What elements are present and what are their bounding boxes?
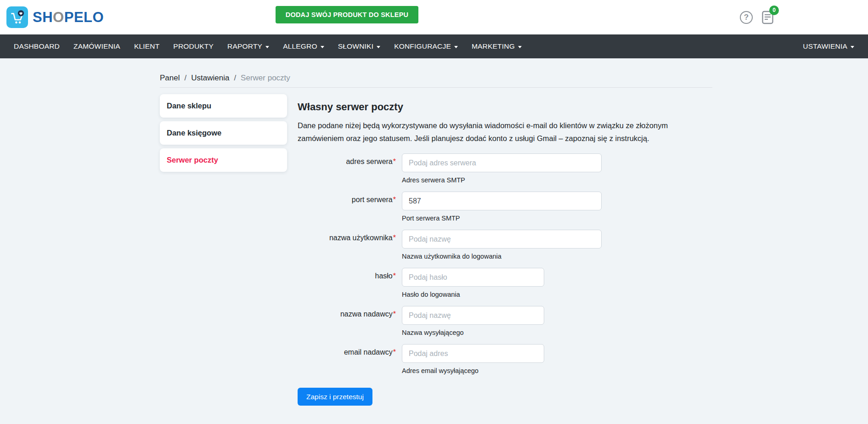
breadcrumb-current: Serwer poczty bbox=[241, 73, 290, 83]
nav-item-zamowienia[interactable]: ZAMÓWIENIA bbox=[73, 42, 120, 51]
field-input-wrap: Nazwa wysyłającego bbox=[402, 306, 544, 337]
required-asterisk: * bbox=[393, 348, 396, 356]
field-label-text: hasło bbox=[375, 272, 393, 280]
cart-logo-icon bbox=[6, 6, 28, 28]
nav-label: USTAWIENIA bbox=[803, 42, 847, 51]
required-asterisk: * bbox=[393, 310, 396, 318]
chevron-down-icon bbox=[518, 46, 522, 48]
nav-label: DASHBOARD bbox=[14, 42, 60, 51]
form-row-nazwa-nadawcy: nazwa nadawcy* Nazwa wysyłającego bbox=[298, 306, 712, 337]
field-input-wrap: Nazwa użytkownika do logowania bbox=[402, 230, 602, 261]
sidebar-item-dane-sklepu[interactable]: Dane sklepu bbox=[160, 94, 287, 118]
form-row-nazwa-uzytkownika: nazwa użytkownika* Nazwa użytkownika do … bbox=[298, 230, 712, 261]
chevron-down-icon bbox=[321, 46, 324, 48]
main-navbar: DASHBOARD ZAMÓWIENIA KLIENT PRODUKTY RAP… bbox=[0, 34, 868, 58]
form-row-email-nadawcy: email nadawcy* Adres email wysyłającego bbox=[298, 344, 712, 375]
top-header: SHOPELO DODAJ SWÓJ PRODUKT DO SKLEPU ? 0 bbox=[0, 0, 868, 34]
nav-item-produkty[interactable]: PRODUKTY bbox=[173, 42, 214, 51]
field-input-wrap: Hasło do logowania bbox=[402, 268, 544, 299]
logo[interactable]: SHOPELO bbox=[6, 6, 104, 28]
nav-label: SŁOWNIKI bbox=[338, 42, 373, 51]
form-row-haslo: hasło* Hasło do logowania bbox=[298, 268, 712, 299]
breadcrumb-separator: / bbox=[234, 73, 236, 83]
sidebar-item-dane-ksiegowe[interactable]: Dane księgowe bbox=[160, 121, 287, 145]
nav-item-konfiguracje[interactable]: KONFIGURACJE bbox=[394, 42, 458, 51]
chevron-down-icon bbox=[851, 46, 854, 48]
nav-item-ustawienia[interactable]: USTAWIENIA bbox=[803, 42, 854, 51]
brand-mid: O bbox=[53, 9, 64, 25]
field-label-text: nazwa nadawcy bbox=[340, 310, 393, 318]
required-asterisk: * bbox=[393, 158, 396, 165]
content-area: Panel / Ustawienia / Serwer poczty Dane … bbox=[0, 73, 868, 406]
settings-layout: Dane sklepu Dane księgowe Serwer poczty … bbox=[160, 94, 712, 406]
required-asterisk: * bbox=[393, 272, 396, 280]
chevron-down-icon bbox=[377, 46, 380, 48]
field-label: port serwera* bbox=[298, 192, 396, 223]
required-asterisk: * bbox=[393, 234, 396, 242]
nav-label: ZAMÓWIENIA bbox=[73, 42, 120, 51]
shopping-cart-icon bbox=[8, 8, 27, 27]
nav-label: KONFIGURACJE bbox=[394, 42, 451, 51]
field-label: adres serwera* bbox=[298, 153, 396, 185]
breadcrumb: Panel / Ustawienia / Serwer poczty bbox=[160, 73, 712, 88]
nav-label: KLIENT bbox=[134, 42, 159, 51]
settings-sidebar: Dane sklepu Dane księgowe Serwer poczty bbox=[160, 94, 287, 406]
field-label: nazwa użytkownika* bbox=[298, 230, 396, 261]
field-help-text: Adres email wysyłającego bbox=[402, 366, 544, 375]
field-label: hasło* bbox=[298, 268, 396, 299]
notifications-button[interactable]: 0 bbox=[762, 11, 773, 26]
page-title: Własny serwer poczty bbox=[298, 101, 712, 113]
field-input-wrap: Adres serwera SMTP bbox=[402, 153, 602, 185]
notification-count-badge: 0 bbox=[769, 6, 779, 15]
field-input-wrap: Adres email wysyłającego bbox=[402, 344, 544, 375]
help-icon[interactable]: ? bbox=[740, 11, 753, 24]
breadcrumb-separator: / bbox=[184, 73, 186, 83]
field-label-text: port serwera bbox=[352, 196, 393, 204]
nav-label: ALLEGRO bbox=[283, 42, 317, 51]
form-row-adres-serwera: adres serwera* Adres serwera SMTP bbox=[298, 153, 712, 185]
field-input-wrap: Port serwera SMTP bbox=[402, 192, 602, 223]
field-help-text: Nazwa użytkownika do logowania bbox=[402, 252, 602, 261]
breadcrumb-ustawienia[interactable]: Ustawienia bbox=[191, 73, 229, 83]
nav-item-klient[interactable]: KLIENT bbox=[134, 42, 159, 51]
nav-item-allegro[interactable]: ALLEGRO bbox=[283, 42, 324, 51]
brand-suffix: PELO bbox=[64, 9, 104, 25]
sender-email-input[interactable] bbox=[402, 344, 544, 363]
brand-prefix: SH bbox=[33, 9, 53, 25]
page-description: Dane podane niżej będą wykorzystywane do… bbox=[298, 119, 711, 145]
sender-name-input[interactable] bbox=[402, 306, 544, 325]
nav-item-dashboard[interactable]: DASHBOARD bbox=[14, 42, 60, 51]
field-label: nazwa nadawcy* bbox=[298, 306, 396, 337]
field-label-text: adres serwera bbox=[346, 158, 392, 165]
header-icons: ? 0 bbox=[740, 0, 773, 34]
password-input[interactable] bbox=[402, 268, 544, 287]
brand-text: SHOPELO bbox=[33, 9, 104, 26]
field-label: email nadawcy* bbox=[298, 344, 396, 375]
sidebar-item-serwer-poczty[interactable]: Serwer poczty bbox=[160, 148, 287, 172]
nav-label: RAPORTY bbox=[227, 42, 262, 51]
field-help-text: Hasło do logowania bbox=[402, 290, 544, 299]
breadcrumb-panel[interactable]: Panel bbox=[160, 73, 180, 83]
field-help-text: Nazwa wysyłającego bbox=[402, 328, 544, 337]
field-label-text: email nadawcy bbox=[344, 348, 393, 356]
nav-label: MARKETING bbox=[472, 42, 515, 51]
add-product-button[interactable]: DODAJ SWÓJ PRODUKT DO SKLEPU bbox=[276, 6, 418, 23]
nav-item-raporty[interactable]: RAPORTY bbox=[227, 42, 269, 51]
required-asterisk: * bbox=[393, 196, 396, 204]
server-address-input[interactable] bbox=[402, 153, 602, 172]
nav-label: PRODUKTY bbox=[173, 42, 214, 51]
nav-item-marketing[interactable]: MARKETING bbox=[472, 42, 522, 51]
field-help-text: Adres serwera SMTP bbox=[402, 175, 602, 185]
form-row-port-serwera: port serwera* Port serwera SMTP bbox=[298, 192, 712, 223]
field-help-text: Port serwera SMTP bbox=[402, 214, 602, 223]
chevron-down-icon bbox=[454, 46, 458, 48]
mail-server-panel: Własny serwer poczty Dane podane niżej b… bbox=[298, 94, 712, 406]
field-label-text: nazwa użytkownika bbox=[329, 234, 393, 242]
username-input[interactable] bbox=[402, 230, 602, 249]
server-port-input[interactable] bbox=[402, 192, 602, 210]
chevron-down-icon bbox=[265, 46, 269, 48]
mail-server-form: adres serwera* Adres serwera SMTP port s… bbox=[298, 153, 712, 406]
save-and-test-button[interactable]: Zapisz i przetestuj bbox=[298, 388, 372, 406]
nav-item-slowniki[interactable]: SŁOWNIKI bbox=[338, 42, 380, 51]
